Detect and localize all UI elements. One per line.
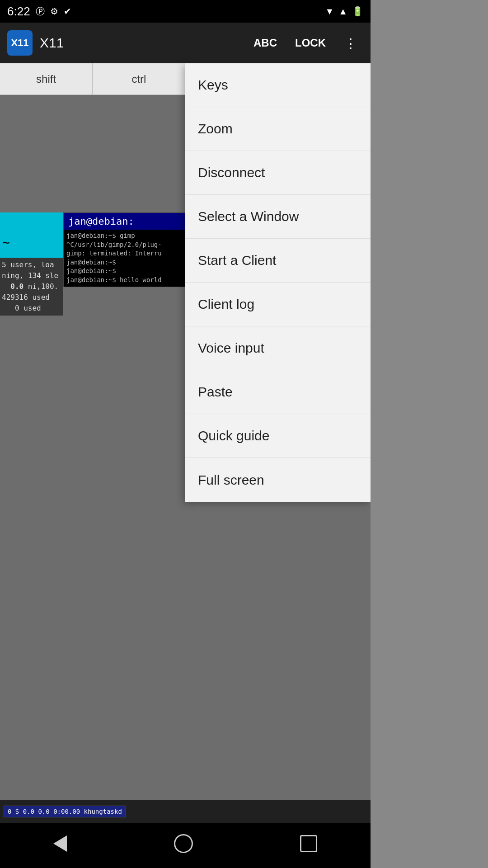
shift-key[interactable]: shift (0, 63, 93, 94)
menu-item-zoom[interactable]: Zoom (185, 107, 371, 151)
wifi-icon: ▼ (325, 6, 334, 17)
menu-item-paste[interactable]: Paste (185, 370, 371, 414)
terminal-line-1: jan@debian:~$ gimp (66, 231, 187, 241)
terminal-window: jan@debian: jan@debian:~$ gimp ^C/usr/li… (63, 212, 190, 287)
home-button[interactable] (160, 830, 206, 861)
menu-item-quick-guide[interactable]: Quick guide (185, 414, 371, 458)
app-title: X11 (40, 35, 241, 51)
battery-icon: 🔋 (352, 6, 363, 17)
sysmon-line-1: 5 users, loa (2, 259, 61, 270)
menu-item-disconnect[interactable]: Disconnect (185, 151, 371, 195)
ctrl-key[interactable]: ctrl (93, 63, 185, 94)
sysmon-line-3: 0.0 ni,100. (2, 281, 61, 292)
taskbar-item: 0 S 0.0 0.0 0:00.00 khungtaskd (4, 806, 126, 817)
sysmon-line-5: 0 used (2, 303, 61, 314)
status-bar: 6:22 Ⓟ ⚙ ✔ ▼ ▲ 🔋 (0, 0, 371, 23)
menu-item-client-log[interactable]: Client log (185, 283, 371, 326)
sysmon-line-2: ning, 134 sle (2, 270, 61, 281)
back-button[interactable] (40, 831, 80, 860)
menu-item-keys[interactable]: Keys (185, 63, 371, 107)
app-icon: X11 (7, 30, 33, 56)
terminal-body[interactable]: jan@debian:~$ gimp ^C/usr/lib/gimp/2.0/p… (64, 230, 189, 287)
terminal-title-bar: jan@debian: (64, 213, 189, 230)
overflow-menu-button[interactable]: ⋮ (338, 32, 363, 55)
tilde-indicator: ~ (2, 235, 10, 250)
nav-bar (0, 823, 371, 868)
menu-item-full-screen[interactable]: Full screen (185, 458, 371, 502)
lock-button[interactable]: LOCK (290, 33, 331, 53)
menu-item-start-client[interactable]: Start a Client (185, 239, 371, 283)
abc-button[interactable]: ABC (248, 33, 282, 53)
status-time: 6:22 (7, 5, 30, 19)
app-toolbar: X11 X11 ABC LOCK ⋮ (0, 23, 371, 63)
menu-item-voice-input[interactable]: Voice input (185, 326, 371, 370)
menu-item-select-window[interactable]: Select a Window (185, 195, 371, 239)
sysmon-line-4: 429316 used (2, 292, 61, 303)
checkmark-icon: ✔ (64, 6, 71, 17)
settings-icon: ⚙ (50, 6, 58, 17)
parking-icon: Ⓟ (36, 5, 45, 18)
sysmon-left: 5 users, loa ning, 134 sle 0.0 ni,100. 4… (0, 258, 63, 316)
recents-button[interactable] (286, 830, 331, 860)
signal-icon: ▲ (338, 6, 347, 17)
terminal-line-2: ^C/usr/lib/gimp/2.0/plug- (66, 241, 187, 250)
taskbar-bottom: 0 S 0.0 0.0 0:00.00 khungtaskd (0, 800, 371, 823)
terminal-line-3: gimp: terminated: Interru (66, 249, 187, 258)
terminal-line-4: jan@debian:~$ (66, 258, 187, 267)
terminal-line-5: jan@debian:~$ (66, 267, 187, 276)
dropdown-menu: Keys Zoom Disconnect Select a Window Sta… (185, 63, 371, 502)
terminal-line-6: jan@debian:~$ hello world (66, 276, 187, 285)
